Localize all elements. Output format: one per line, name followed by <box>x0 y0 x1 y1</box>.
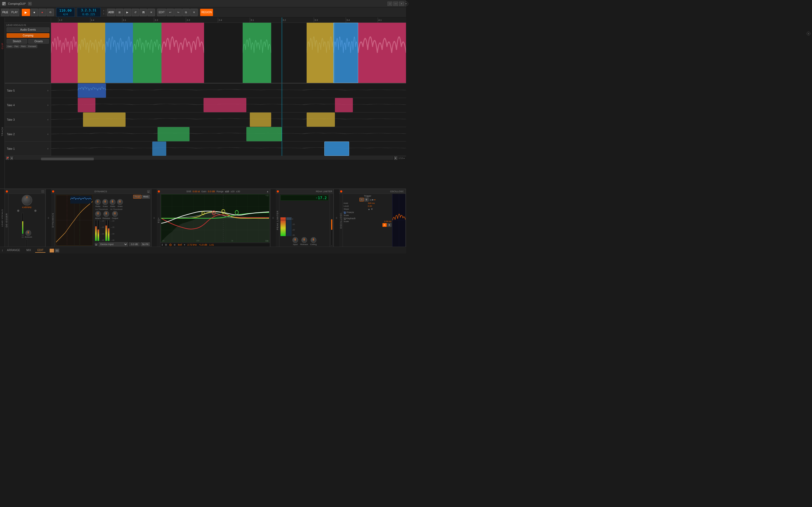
comp-clip-5[interactable] <box>161 23 204 83</box>
gain-tag[interactable]: Gain <box>6 45 13 48</box>
sidechain-btn[interactable]: × <box>95 243 98 245</box>
pitch-tag[interactable]: Pitch <box>20 45 27 48</box>
loop-button[interactable]: ⟲ <box>47 9 54 16</box>
take-2-clip-2[interactable] <box>246 127 282 141</box>
toolbar-btn-1[interactable]: ⊞ <box>116 9 123 16</box>
pan-tag[interactable]: Pan <box>13 45 19 48</box>
scroll-thumb[interactable] <box>41 158 94 160</box>
comp-clip-8[interactable] <box>333 23 358 83</box>
onsets-btn[interactable]: Onsets <box>28 39 49 44</box>
take-1-close[interactable]: × <box>47 147 49 150</box>
toolbar-btn-2[interactable]: ▶ <box>124 9 131 16</box>
take-3-clip-1[interactable] <box>83 112 125 127</box>
edit-tab[interactable]: EDIT <box>35 248 45 253</box>
view-btn-2[interactable] <box>55 249 59 252</box>
comp-clip-4[interactable] <box>133 23 161 83</box>
hi-ratio-knob[interactable] <box>110 199 115 205</box>
take-2-clips[interactable] <box>51 127 406 141</box>
attack-knob[interactable] <box>95 211 101 217</box>
eq-display[interactable]: 4 3 5 20 100 1k 10k <box>161 194 269 242</box>
take-4-clip-2[interactable] <box>204 98 246 112</box>
scroll-track[interactable] <box>14 157 393 160</box>
take-4-clip-1[interactable] <box>78 98 95 112</box>
take-4-clips[interactable] <box>51 98 406 112</box>
osc-power[interactable] <box>340 190 342 192</box>
audio-events-btn[interactable]: Audio Events <box>7 27 49 32</box>
edit-button[interactable]: EDIT <box>157 9 166 16</box>
take-1-clips[interactable] <box>51 142 406 156</box>
stop-button[interactable]: ■ <box>31 9 38 16</box>
view-btn-1[interactable] <box>50 249 54 252</box>
take-3-clips[interactable] <box>51 112 406 127</box>
osc-b-btn[interactable]: B <box>364 198 368 202</box>
add-plugin-1[interactable]: + <box>46 189 51 247</box>
eq-band-solo[interactable] <box>165 244 167 246</box>
scroll-right-btn[interactable]: ▸ <box>394 157 397 160</box>
dynamics-power[interactable] <box>52 190 54 192</box>
osc-a-btn[interactable]: A <box>359 198 364 202</box>
de-esser-freq-control[interactable] <box>22 195 32 206</box>
comp-clip-9[interactable] <box>358 23 406 83</box>
scroll-left-btn[interactable]: ◂ <box>10 157 13 160</box>
win-restore-btn[interactable]: □ <box>388 2 392 6</box>
take-3-clip-3[interactable] <box>307 112 335 127</box>
record-button[interactable]: ● <box>39 9 46 16</box>
play-button[interactable]: ▶ <box>22 9 30 16</box>
lo-ratio-knob[interactable] <box>95 199 101 205</box>
metro-btn2[interactable]: ⇣ <box>103 12 105 15</box>
cut-btn[interactable]: ✕ <box>190 9 198 16</box>
mix-tab[interactable]: MIX <box>24 248 33 253</box>
slope-up-btn[interactable]: ▲ <box>368 208 370 211</box>
comp-clip-6[interactable] <box>243 23 271 83</box>
b-key-btn[interactable]: B <box>387 223 392 227</box>
de-esser-power[interactable] <box>6 190 8 192</box>
eq-power-band[interactable]: ⏻ <box>169 243 171 246</box>
peak-lim-power[interactable] <box>277 190 279 192</box>
take-4-clip-3[interactable] <box>335 98 353 112</box>
osc-record-icon[interactable]: ● <box>374 199 375 201</box>
win-min-btn[interactable]: — <box>393 2 398 6</box>
comp-clips[interactable] <box>51 23 406 83</box>
formant-tag[interactable]: Formant <box>27 45 37 48</box>
de-esser-knob-1[interactable] <box>17 210 19 212</box>
take-2-close[interactable]: × <box>47 133 49 136</box>
comp-clip-7[interactable] <box>307 23 335 83</box>
arrange-tab[interactable]: ARRANGE <box>5 248 22 253</box>
peak-btn[interactable]: Peak <box>133 195 141 199</box>
output-knob[interactable] <box>112 211 118 217</box>
a-key-btn[interactable]: A <box>383 223 387 227</box>
rms-btn[interactable]: RMS <box>142 195 150 199</box>
release-knob[interactable] <box>103 211 109 217</box>
sc-fx-btn[interactable]: Sc FX <box>141 242 150 246</box>
de-esser-amount-knob[interactable] <box>26 230 31 236</box>
take-2-clip-1[interactable] <box>158 127 190 141</box>
add-plugin-4[interactable]: + <box>334 189 339 247</box>
comping-btn[interactable]: Comping <box>7 33 49 38</box>
hi-knee-knob[interactable] <box>117 199 123 205</box>
redo-btn[interactable]: ↪ <box>174 9 182 16</box>
toolbar-btn-4[interactable]: ⬒ <box>140 9 147 16</box>
input-knob[interactable] <box>292 237 298 243</box>
slope-down-btn[interactable]: ▼ <box>370 208 373 211</box>
freeze-row[interactable]: Freeze <box>344 211 392 214</box>
take-3-close[interactable]: × <box>47 118 49 121</box>
copy-btn[interactable]: ⧉ <box>183 9 190 16</box>
lo-knee-knob[interactable] <box>102 199 108 205</box>
take-5-close[interactable]: × <box>47 89 49 92</box>
eq-power[interactable] <box>158 190 160 192</box>
de-esser-menu[interactable] <box>42 190 44 193</box>
stretch-btn[interactable]: Stretch <box>7 39 27 44</box>
de-esser-knob-2[interactable] <box>34 210 37 212</box>
take-3-clip-2[interactable] <box>250 112 271 127</box>
osc-play-icon[interactable]: ▶ <box>372 199 374 201</box>
ceiling-knob[interactable] <box>311 237 316 243</box>
add-button[interactable]: ADD <box>107 9 115 16</box>
add-plugin-3[interactable]: + <box>270 189 276 247</box>
toolbar-btn-5[interactable]: ✕ <box>148 9 155 16</box>
metro-btn[interactable]: ⇡ <box>103 10 105 12</box>
play-label-button[interactable]: PLAY <box>10 9 19 16</box>
close-tab-btn[interactable]: × <box>28 2 32 6</box>
eq-bell-menu[interactable]: ▾ <box>184 243 185 246</box>
take-1-clip-1[interactable] <box>152 142 166 156</box>
dynamics-collapse[interactable]: − <box>147 190 150 193</box>
